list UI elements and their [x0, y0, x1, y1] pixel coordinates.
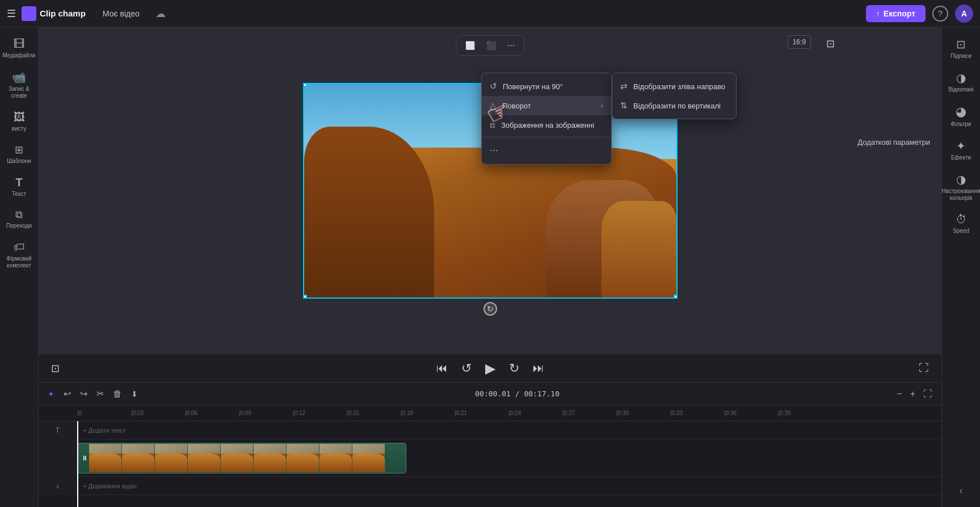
- submenu-flip-v[interactable]: ⇅ Відобразити по вертикалі: [612, 96, 736, 115]
- r-sidebar-item-filters[interactable]: ◕ Фільтри: [944, 100, 979, 132]
- sidebar-item-text[interactable]: T Текст: [2, 171, 37, 202]
- add-text-container: + Додати текст: [77, 427, 126, 434]
- ctx-divider: [482, 137, 611, 137]
- skip-forward-button[interactable]: ⏭: [531, 359, 546, 377]
- r-sidebar-label-filters: Фільтри: [951, 121, 971, 128]
- handle-bottom-right[interactable]: [674, 295, 678, 299]
- timeline-zoom: − + ⛶: [894, 387, 935, 401]
- add-audio-label[interactable]: + Додавання аудіо: [83, 483, 137, 489]
- sidebar-item-templates[interactable]: ⊞ Шаблони: [2, 139, 37, 169]
- redo-button[interactable]: ↪: [78, 386, 90, 401]
- video-adj-icon: ◑: [956, 71, 966, 85]
- clip-thumb-8: [319, 444, 352, 472]
- rotate-handle[interactable]: ↻: [483, 302, 497, 316]
- handle-bottom-left[interactable]: [303, 295, 307, 299]
- handle-top-left[interactable]: [303, 83, 307, 87]
- sidebar-item-record[interactable]: 📹 Запис &create: [2, 66, 37, 104]
- subtitles-icon: ⊡: [956, 37, 966, 51]
- ruler-mark-0: |0: [77, 410, 131, 416]
- effects-icon: ✦: [956, 139, 966, 153]
- video-preview-area: ⬜ ⬛ ··· 16:9 ⊡: [39, 27, 941, 354]
- add-audio-container: + Додавання аудіо: [77, 483, 137, 489]
- clip-thumb-2: [122, 444, 155, 472]
- subtitle-top-btn[interactable]: ⊡: [822, 35, 839, 52]
- aspect-ratio-box: 16:9: [788, 35, 811, 49]
- export-button[interactable]: ↑ Експорт: [866, 5, 926, 22]
- sidebar-item-transitions[interactable]: ⧉ Переходи: [2, 204, 37, 234]
- video-clip[interactable]: ⏸: [77, 443, 406, 474]
- crop-button[interactable]: ⬜: [461, 39, 480, 52]
- templates-icon: ⊞: [15, 144, 23, 156]
- skip-back-button[interactable]: ⏮: [434, 359, 450, 377]
- export-icon: ↑: [876, 9, 880, 18]
- submenu-flip-v-label: Відобразити по вертикалі: [633, 102, 721, 110]
- current-time: 00:00.01: [475, 389, 511, 398]
- speed-icon: ⏱: [956, 213, 967, 226]
- record-icon: 📹: [12, 70, 26, 84]
- ruler-mark-1: |0:03: [131, 410, 185, 416]
- playhead[interactable]: [77, 421, 78, 507]
- more-options-button[interactable]: ···: [503, 38, 519, 53]
- undo-button[interactable]: ↩: [61, 386, 73, 401]
- hamburger-icon[interactable]: ☰: [7, 7, 16, 20]
- sidebar-item-media[interactable]: 🎞 Медіафайли: [2, 33, 37, 64]
- r-sidebar-item-speed[interactable]: ⏱ Speed: [944, 208, 979, 239]
- ruler-mark-13: |0:39: [778, 410, 832, 416]
- delete-button[interactable]: 🗑: [111, 387, 124, 401]
- ruler-mark-8: |0:24: [508, 410, 562, 416]
- forward-button[interactable]: ↻: [507, 359, 521, 378]
- layout-button[interactable]: ⬛: [482, 39, 500, 52]
- r-sidebar-item-effects[interactable]: ✦ Ефекти: [944, 135, 979, 166]
- sidebar-item-brand[interactable]: 🏷 Фірмовий комплект: [2, 236, 37, 274]
- timeline-toolbar: ✦ ↩ ↪ ✂ 🗑 ⬇ 00:00.01 / 00:17.10 − + ⛶: [39, 383, 941, 405]
- app-logo: Clip champ: [22, 6, 86, 21]
- cut-button[interactable]: ✂: [94, 386, 106, 401]
- clip-pause-icon: ⏸: [81, 454, 88, 462]
- help-icon[interactable]: ?: [932, 6, 948, 22]
- ctx-pip[interactable]: ⧈ Зображення на зображенні: [482, 115, 611, 135]
- clip-thumbnails: [89, 443, 385, 473]
- rotate-icon: ↺: [490, 81, 497, 91]
- logo-icon: [22, 6, 36, 21]
- r-sidebar-item-color[interactable]: ◑ Настроювання кольорів: [944, 168, 979, 206]
- zoom-out-button[interactable]: −: [894, 387, 904, 401]
- submenu-flip-h[interactable]: ⇄ Відобразити зліва направо: [612, 77, 736, 96]
- fullscreen-button[interactable]: ⛶: [919, 362, 929, 374]
- flip-icon: △: [490, 100, 497, 111]
- flip-v-icon: ⇅: [620, 100, 628, 111]
- r-sidebar-item-subtitles[interactable]: ⊡ Підписи: [944, 33, 979, 64]
- play-button[interactable]: ▶: [483, 358, 498, 379]
- r-sidebar-item-video-adj[interactable]: ◑ Відеопані: [944, 66, 979, 98]
- submenu-flip-h-label: Відобразити зліва направо: [633, 82, 725, 91]
- save-button[interactable]: ⬇: [129, 387, 140, 401]
- my-video-button[interactable]: Моє відео: [98, 7, 144, 20]
- add-text-label[interactable]: + Додати текст: [83, 427, 126, 434]
- r-sidebar-label-effects: Ефекти: [951, 154, 971, 161]
- video-toolbar: ⬜ ⬛ ···: [456, 35, 524, 56]
- zoom-in-button[interactable]: +: [908, 387, 918, 401]
- subtitle-icon[interactable]: ⊡: [822, 35, 839, 52]
- ruler-mark-9: |0:27: [562, 410, 616, 416]
- text-track-icon: T: [56, 426, 60, 434]
- ruler-mark-12: |0:36: [724, 410, 778, 416]
- timeline-time: 00:00.01 / 00:17.10: [475, 389, 560, 398]
- sidebar-label-record: Запис &create: [9, 86, 30, 99]
- topbar-left: ☰ Clip champ Моє відео ☁: [7, 6, 166, 21]
- rewind-button[interactable]: ↺: [459, 359, 474, 378]
- expand-button[interactable]: ⛶: [921, 387, 935, 401]
- ctx-flip[interactable]: △ Поворот ›: [482, 96, 611, 115]
- r-sidebar-label-video-adj: Відеопані: [948, 86, 974, 93]
- sidebar-collapse-button[interactable]: ‹: [955, 480, 968, 501]
- ctx-rotate90[interactable]: ↺ Повернути на 90°: [482, 77, 611, 96]
- magic-button[interactable]: ✦: [45, 387, 57, 401]
- avatar[interactable]: A: [955, 5, 973, 23]
- r-sidebar-label-speed: Speed: [953, 228, 969, 234]
- context-menu: ↺ Повернути на 90° △ Поворот › ⧈ Зображе…: [481, 73, 612, 165]
- total-time: 00:17.10: [524, 389, 560, 398]
- ctx-more[interactable]: ···: [482, 140, 611, 161]
- right-sidebar: ⊡ Підписи ◑ Відеопані ◕ Фільтри ✦ Ефекти…: [941, 27, 980, 507]
- subtitle-ctrl-btn[interactable]: ⊡: [51, 362, 60, 375]
- sidebar-item-wysiwyg[interactable]: 🖼 висту: [2, 106, 37, 137]
- ruler-mark-5: |0:15: [347, 410, 401, 416]
- ctx-flip-label: Поворот: [502, 102, 531, 110]
